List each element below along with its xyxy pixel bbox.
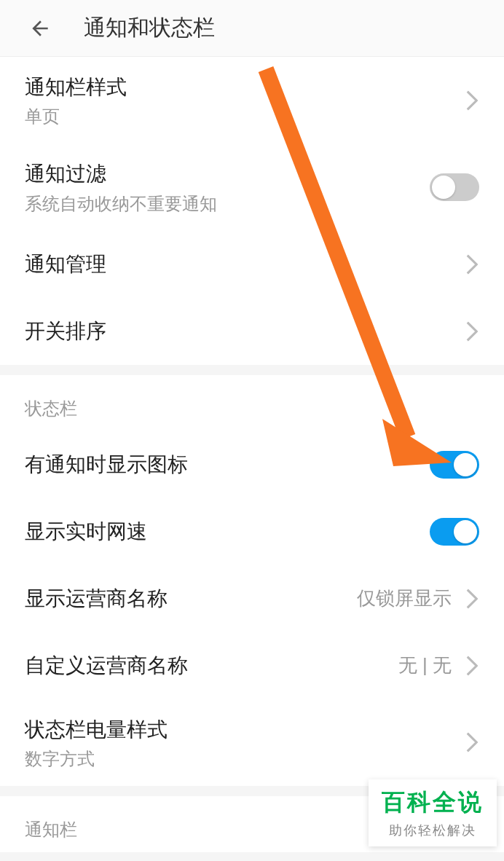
row-switch-order[interactable]: 开关排序 bbox=[0, 298, 504, 365]
row-text: 自定义运营商名称 bbox=[25, 651, 398, 680]
chevron-right-icon bbox=[466, 731, 479, 753]
row-text: 状态栏电量样式 数字方式 bbox=[25, 715, 466, 770]
chevron-right-icon bbox=[466, 253, 479, 275]
watermark-subtitle: 助你轻松解决 bbox=[382, 822, 484, 839]
chevron-right-icon bbox=[466, 321, 479, 342]
row-text: 有通知时显示图标 bbox=[25, 450, 430, 479]
row-text: 通知栏样式 单页 bbox=[25, 73, 466, 127]
section-notification: 通知栏样式 单页 通知过滤 系统自动收纳不重要通知 通知管理 开关排序 bbox=[0, 57, 504, 365]
row-title: 显示运营商名称 bbox=[25, 584, 357, 613]
row-notification-style[interactable]: 通知栏样式 单页 bbox=[0, 57, 504, 144]
row-subtitle: 数字方式 bbox=[25, 747, 466, 770]
toggle-notification-filter[interactable] bbox=[430, 173, 479, 201]
row-title: 开关排序 bbox=[25, 317, 466, 345]
row-show-notification-icon[interactable]: 有通知时显示图标 bbox=[0, 431, 504, 498]
row-title: 通知栏样式 bbox=[25, 73, 466, 101]
row-notification-manage[interactable]: 通知管理 bbox=[0, 231, 504, 298]
chevron-right-icon bbox=[466, 90, 479, 111]
row-text: 开关排序 bbox=[25, 317, 466, 345]
watermark-badge: 百科全说 助你轻松解决 bbox=[369, 779, 497, 846]
row-custom-carrier[interactable]: 自定义运营商名称 无 | 无 bbox=[0, 632, 504, 699]
row-value: 无 | 无 bbox=[398, 653, 452, 678]
row-subtitle: 系统自动收纳不重要通知 bbox=[25, 192, 430, 215]
toggle-knob bbox=[432, 176, 455, 199]
toggle-show-notification-icon[interactable] bbox=[430, 451, 479, 479]
section-header-statusbar: 状态栏 bbox=[0, 375, 504, 431]
row-text: 通知管理 bbox=[25, 250, 466, 278]
toggle-knob bbox=[454, 520, 477, 543]
row-show-netspeed[interactable]: 显示实时网速 bbox=[0, 498, 504, 565]
row-title: 自定义运营商名称 bbox=[25, 651, 398, 680]
row-title: 有通知时显示图标 bbox=[25, 450, 430, 479]
row-text: 显示实时网速 bbox=[25, 517, 430, 546]
arrow-left-icon bbox=[28, 17, 52, 40]
row-title: 通知管理 bbox=[25, 250, 466, 278]
row-title: 显示实时网速 bbox=[25, 517, 430, 546]
row-title: 状态栏电量样式 bbox=[25, 715, 466, 744]
row-carrier-name[interactable]: 显示运营商名称 仅锁屏显示 bbox=[0, 565, 504, 632]
row-value: 仅锁屏显示 bbox=[357, 586, 452, 611]
toggle-show-netspeed[interactable] bbox=[430, 518, 479, 546]
watermark-title: 百科全说 bbox=[382, 787, 484, 819]
page-title: 通知和状态栏 bbox=[84, 13, 215, 43]
chevron-right-icon bbox=[466, 655, 479, 677]
row-subtitle: 单页 bbox=[25, 105, 466, 127]
chevron-right-icon bbox=[466, 588, 479, 610]
toggle-knob bbox=[454, 453, 477, 476]
row-title: 通知过滤 bbox=[25, 160, 430, 188]
row-text: 通知过滤 系统自动收纳不重要通知 bbox=[25, 160, 430, 214]
section-statusbar: 状态栏 有通知时显示图标 显示实时网速 显示运营商名称 仅锁屏显示 自定义运营商… bbox=[0, 375, 504, 786]
row-battery-style[interactable]: 状态栏电量样式 数字方式 bbox=[0, 699, 504, 786]
row-text: 显示运营商名称 bbox=[25, 584, 357, 613]
row-notification-filter[interactable]: 通知过滤 系统自动收纳不重要通知 bbox=[0, 144, 504, 230]
back-button[interactable] bbox=[25, 14, 55, 43]
section-divider bbox=[0, 365, 504, 375]
header-bar: 通知和状态栏 bbox=[0, 0, 504, 57]
